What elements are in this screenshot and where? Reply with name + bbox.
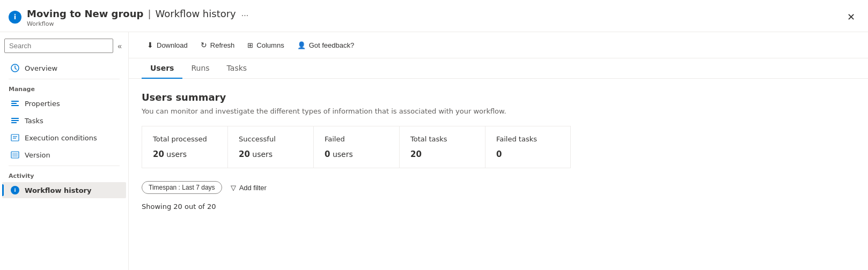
refresh-button[interactable]: ↻ Refresh [195,38,240,52]
stat-label: Failed tasks [496,135,560,143]
tab-runs[interactable]: Runs [182,58,218,79]
stat-value: 0 [496,149,560,159]
stat-value: 20 [410,149,474,159]
sidebar: « Overview Manage Properties [0,32,129,270]
title-group: Moving to New group | Workflow history .… [27,6,252,27]
sidebar-item-execution-conditions[interactable]: Execution conditions [2,130,126,146]
top-bar: i Moving to New group | Workflow history… [0,0,868,32]
section-title: Users summary [142,92,855,103]
showing-text: Showing 20 out of 20 [142,202,855,211]
add-filter-button[interactable]: ▽ Add filter [226,182,271,194]
stat-card-failed-tasks: Failed tasks 0 [485,126,571,168]
sidebar-divider-activity [9,166,120,166]
title-separator: | [148,8,151,19]
sidebar-item-label: Overview [25,64,57,72]
sidebar-item-label: Version [25,151,50,159]
columns-button[interactable]: ⊞ Columns [242,38,289,52]
subtitle: Workflow [27,20,252,27]
feedback-button[interactable]: 👤 Got feedback? [292,38,360,52]
stat-card-failed: Failed 0 users [313,126,399,168]
sidebar-item-workflow-history[interactable]: i Workflow history [2,182,126,198]
sidebar-item-overview[interactable]: Overview [2,60,126,76]
tab-users[interactable]: Users [142,58,182,79]
filter-icon: ▽ [231,184,236,192]
tabs: Users Runs Tasks [129,58,868,79]
top-bar-left: i Moving to New group | Workflow history… [9,6,252,27]
tab-tasks[interactable]: Tasks [218,58,256,79]
sidebar-search-row: « [0,36,128,55]
sidebar-item-version[interactable]: Version [2,147,126,163]
stat-card-total-tasks: Total tasks 20 [399,126,485,168]
timespan-label: Timespan : Last 7 days [149,184,215,191]
toolbar: ⬇ Download ↻ Refresh ⊞ Columns 👤 Got fee… [129,32,868,58]
filter-row: Timespan : Last 7 days ▽ Add filter [142,181,855,194]
manage-label: Manage [0,81,128,95]
overview-icon [11,64,19,72]
sidebar-divider-manage [9,79,120,79]
svg-rect-4 [11,118,19,119]
section-description: You can monitor and investigate the diff… [142,107,855,115]
timespan-chip[interactable]: Timespan : Last 7 days [142,181,222,194]
svg-rect-3 [11,105,19,106]
feedback-icon: 👤 [297,41,306,49]
execution-conditions-icon [11,133,19,142]
title-workflow: Workflow history [155,8,236,19]
sidebar-item-label: Execution conditions [25,134,97,142]
version-icon [11,151,19,159]
stat-value: 20 users [239,149,303,159]
download-icon: ⬇ [147,41,153,49]
stat-value: 20 users [153,149,217,159]
properties-icon [11,99,19,108]
collapse-button[interactable]: « [115,40,124,52]
tasks-icon [11,116,19,125]
stat-label: Total tasks [410,135,474,143]
ellipsis-button[interactable]: ... [238,6,252,20]
stats-row: Total processed 20 users Successful 20 u… [142,126,855,168]
sidebar-item-label: Workflow history [25,186,91,194]
main-layout: « Overview Manage Properties [0,32,868,270]
content-scroll: Users summary You can monitor and invest… [129,79,868,270]
sidebar-item-label: Properties [25,100,60,108]
stat-card-total-processed: Total processed 20 users [142,126,227,168]
content-area: ⬇ Download ↻ Refresh ⊞ Columns 👤 Got fee… [129,32,868,270]
svg-rect-7 [11,134,19,141]
stat-label: Failed [325,135,388,143]
sidebar-item-tasks[interactable]: Tasks [2,112,126,129]
stat-label: Total processed [153,135,217,143]
download-button[interactable]: ⬇ Download [142,38,193,52]
stat-card-successful: Successful 20 users [227,126,313,168]
sidebar-item-label: Tasks [25,117,43,125]
workflow-history-icon: i [11,186,19,194]
close-button[interactable]: ✕ [843,10,859,24]
search-input[interactable] [4,39,113,53]
activity-label: Activity [0,168,128,182]
sidebar-item-properties[interactable]: Properties [2,95,126,111]
svg-rect-2 [11,103,17,104]
svg-rect-6 [11,122,17,123]
stat-label: Successful [239,135,303,143]
refresh-icon: ↻ [201,41,207,49]
title-main: Moving to New group [27,8,143,19]
columns-icon: ⊞ [247,41,253,49]
svg-rect-11 [12,153,18,157]
svg-rect-1 [11,101,19,102]
stat-value: 0 users [325,149,388,159]
svg-rect-5 [11,120,19,121]
title-icon: i [9,11,21,24]
